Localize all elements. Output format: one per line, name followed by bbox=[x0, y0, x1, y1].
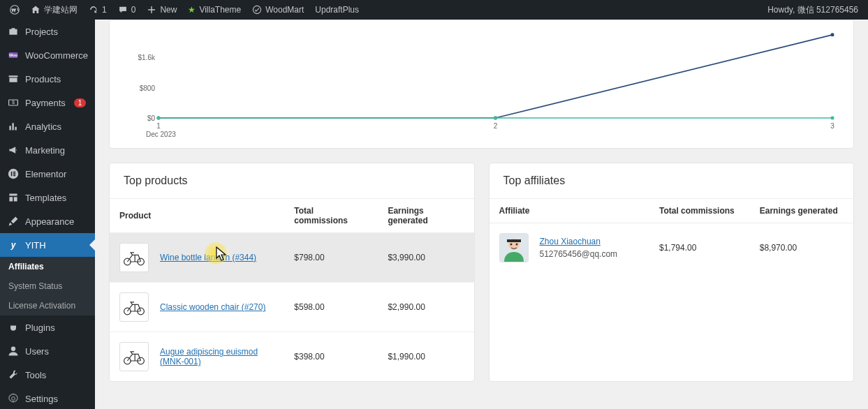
y-tick-label: $0 bbox=[147, 114, 155, 122]
svg-point-26 bbox=[510, 244, 512, 246]
cell-earnings: $3,990.00 bbox=[378, 233, 473, 283]
y-tick-label: $1.6k bbox=[138, 54, 155, 61]
affiliate-email: 512765456@qq.com bbox=[540, 249, 618, 259]
x-axis-caption: Dec 2023 bbox=[146, 131, 176, 138]
cell-aff-earnings: $8,970.00 bbox=[750, 223, 853, 273]
gear-icon bbox=[7, 392, 20, 405]
top-affiliates-panel: Top affiliates Affiliate Total commissio… bbox=[489, 163, 855, 382]
svg-rect-10 bbox=[13, 175, 15, 177]
top-products-table: Product Total commissions Earnings gener… bbox=[110, 198, 474, 381]
sidebar-item-woocommerce[interactable]: WooWooCommerce bbox=[0, 43, 95, 67]
sidebar-item-users[interactable]: Users bbox=[0, 339, 95, 363]
sidebar-item-elementor[interactable]: Elementor bbox=[0, 162, 95, 186]
sidebar-item-label: Settings bbox=[25, 394, 58, 404]
sidebar-subitem-system-status[interactable]: System Status bbox=[0, 276, 95, 296]
sidebar-item-plugins[interactable]: Plugins bbox=[0, 315, 95, 339]
villatheme-link[interactable]: ★VillaTheme bbox=[182, 0, 247, 20]
site-name-link[interactable]: 学建站网 bbox=[25, 0, 83, 20]
cell-commissions: $598.00 bbox=[284, 283, 378, 332]
updraftplus-link[interactable]: UpdraftPlus bbox=[309, 0, 365, 20]
updates-link[interactable]: 1 bbox=[83, 0, 112, 20]
chart-icon bbox=[7, 120, 20, 133]
svg-text:Woo: Woo bbox=[9, 53, 18, 57]
affiliate-link[interactable]: Zhou Xiaochuan bbox=[540, 237, 618, 246]
svg-point-27 bbox=[515, 244, 517, 246]
product-thumbnail bbox=[119, 342, 149, 371]
x-tick-label: 1 bbox=[156, 122, 161, 130]
sidebar-item-products[interactable]: Products bbox=[0, 67, 95, 91]
sidebar-item-label: Elementor bbox=[25, 169, 66, 179]
x-tick-label: 3 bbox=[830, 122, 834, 130]
cell-earnings: $1,990.00 bbox=[378, 332, 473, 382]
chart-card: $0$800$1.6k123Dec 2023 bbox=[109, 20, 854, 149]
badge: 1 bbox=[74, 98, 87, 107]
megaphone-icon bbox=[7, 144, 20, 156]
affiliate-row[interactable]: Zhou Xiaochuan512765456@qq.com$1,794.00$… bbox=[490, 223, 854, 273]
cell-commissions: $398.00 bbox=[284, 332, 378, 382]
sidebar-item-tools[interactable]: Tools bbox=[0, 363, 95, 387]
archive-icon bbox=[7, 73, 20, 85]
sidebar-item-label: Analytics bbox=[25, 121, 61, 132]
cell-earnings: $2,990.00 bbox=[378, 283, 473, 332]
brush-icon bbox=[7, 215, 20, 228]
col-product: Product bbox=[110, 199, 284, 233]
svg-point-18 bbox=[124, 258, 131, 265]
yith-icon: y bbox=[7, 239, 20, 251]
col-aff-earnings: Earnings generated bbox=[750, 199, 853, 223]
product-thumbnail bbox=[119, 243, 149, 272]
top-affiliates-table: Affiliate Total commissions Earnings gen… bbox=[490, 198, 854, 272]
admin-toolbar: 学建站网 1 0 New ★VillaTheme WoodMart Updraf… bbox=[0, 0, 868, 20]
product-link[interactable]: Classic wooden chair (#270) bbox=[160, 302, 265, 312]
x-tick-label: 2 bbox=[494, 122, 498, 130]
sidebar-item-projects[interactable]: Projects bbox=[0, 20, 95, 43]
sidebar-item-marketing[interactable]: Marketing bbox=[0, 138, 95, 162]
product-row[interactable]: Augue adipiscing euismod (MNK-001)$398.0… bbox=[110, 332, 474, 382]
sidebar-item-payments[interactable]: $Payments1 bbox=[0, 91, 95, 114]
col-affiliate: Affiliate bbox=[490, 199, 649, 223]
sidebar-item-yith[interactable]: yYITH bbox=[0, 233, 95, 257]
product-link[interactable]: Wine bottle lantern (#344) bbox=[160, 253, 256, 262]
howdy-account[interactable]: Howdy, 微信 512765456 bbox=[762, 0, 864, 20]
svg-point-16 bbox=[494, 117, 497, 120]
sidebar-item-label: WooCommerce bbox=[25, 50, 88, 61]
sidebar-item-label: Tools bbox=[25, 370, 46, 380]
main-content: $0$800$1.6k123Dec 2023 Top products Prod… bbox=[95, 20, 868, 409]
product-row[interactable]: Classic wooden chair (#270)$598.00$2,990… bbox=[110, 283, 474, 332]
svg-rect-8 bbox=[13, 172, 15, 173]
sidebar-item-label: Plugins bbox=[25, 322, 55, 333]
col-aff-commissions: Total commissions bbox=[649, 199, 750, 223]
sidebar-item-templates[interactable]: Templates bbox=[0, 186, 95, 209]
svg-point-15 bbox=[157, 117, 161, 120]
sidebar-item-appearance[interactable]: Appearance bbox=[0, 209, 95, 233]
sidebar-item-label: Templates bbox=[25, 193, 66, 203]
woodmart-link[interactable]: WoodMart bbox=[247, 0, 309, 20]
portfolio-icon bbox=[7, 25, 20, 38]
woo-icon: Woo bbox=[7, 49, 20, 61]
wp-logo[interactable] bbox=[4, 0, 25, 20]
affiliate-avatar bbox=[499, 233, 529, 262]
sidebar-item-settings[interactable]: Settings bbox=[0, 387, 95, 409]
product-link[interactable]: Augue adipiscing euismod (MNK-001) bbox=[160, 347, 274, 366]
sidebar-subitem-license-activation[interactable]: License Activation bbox=[0, 296, 95, 315]
admin-sidebar: ProjectsWooWooCommerceProducts$Payments1… bbox=[0, 20, 95, 409]
col-commissions: Total commissions bbox=[284, 199, 378, 233]
templates-icon bbox=[7, 191, 20, 204]
sidebar-item-analytics[interactable]: Analytics bbox=[0, 114, 95, 138]
svg-point-14 bbox=[831, 33, 834, 36]
wrench-icon bbox=[7, 369, 20, 381]
comments-link[interactable]: 0 bbox=[112, 0, 142, 20]
svg-rect-9 bbox=[13, 173, 15, 174]
product-row[interactable]: Wine bottle lantern (#344)$798.00$3,990.… bbox=[110, 233, 474, 283]
new-content-link[interactable]: New bbox=[141, 0, 182, 20]
sidebar-item-label: Marketing bbox=[25, 145, 65, 156]
top-products-panel: Top products Product Total commissions E… bbox=[109, 163, 475, 382]
payments-icon: $ bbox=[7, 96, 20, 109]
svg-point-20 bbox=[124, 308, 131, 315]
top-products-title: Top products bbox=[110, 163, 474, 198]
sidebar-item-label: Appearance bbox=[25, 216, 74, 227]
sidebar-item-label: Projects bbox=[25, 27, 58, 37]
top-affiliates-title: Top affiliates bbox=[490, 163, 854, 198]
sidebar-subitem-affiliates[interactable]: Affiliates bbox=[0, 257, 95, 276]
svg-point-22 bbox=[124, 357, 131, 364]
line-chart: $0$800$1.6k123Dec 2023 bbox=[124, 27, 839, 135]
